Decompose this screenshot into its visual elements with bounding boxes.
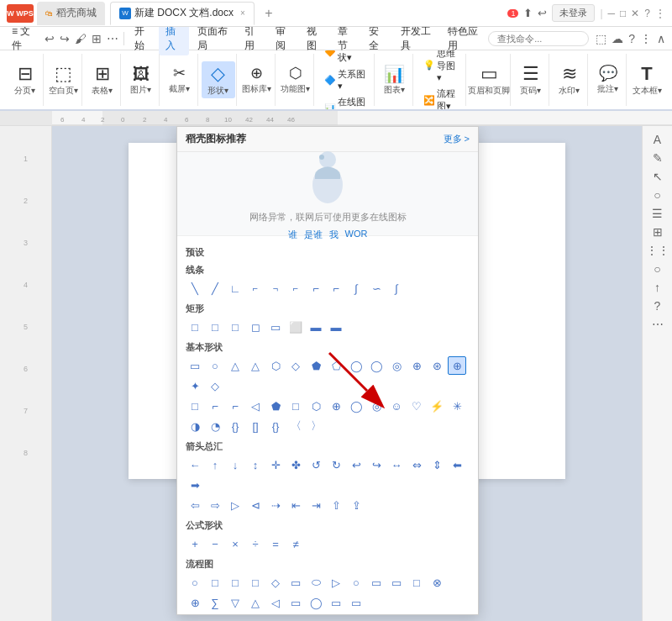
login-button[interactable]: 未登录 xyxy=(552,4,595,22)
shape-rect3[interactable]: □ xyxy=(226,318,244,336)
shape-arrow-fat2[interactable]: ➡ xyxy=(186,476,204,494)
shape-times[interactable]: × xyxy=(226,534,244,553)
shape-basic-oval[interactable]: ◯ xyxy=(347,356,365,375)
shape-arrow-right2[interactable]: ⇨ xyxy=(206,496,224,514)
shape-fc-ring[interactable]: ◯ xyxy=(307,593,325,612)
shape-fc-x[interactable]: ⊗ xyxy=(428,573,446,592)
link-2[interactable]: 是谁 xyxy=(304,229,323,241)
shape-basic-pie[interactable]: ◔ xyxy=(206,417,224,435)
shape-fc-rect6[interactable]: ▭ xyxy=(327,593,345,612)
shape-basic-plus[interactable]: ⊕ xyxy=(327,397,345,415)
shape-fc-doc2[interactable]: ▭ xyxy=(387,573,406,592)
shape-angle2[interactable]: ⌐ xyxy=(246,279,265,297)
shape-basic-bracket[interactable]: [] xyxy=(246,417,265,435)
minimize-icon[interactable]: ─ xyxy=(608,8,616,19)
right-icon-list[interactable]: ☰ xyxy=(652,207,663,220)
shape-fc-sum[interactable]: ⊕ xyxy=(186,593,204,612)
shape-basic-star4[interactable]: ⊛ xyxy=(428,356,446,375)
shape-curve1[interactable]: ∫ xyxy=(347,279,365,297)
ribbon-btn-relation[interactable]: 🔷 关系图▾ xyxy=(321,66,369,93)
shape-fc-process[interactable]: ○ xyxy=(186,573,204,592)
ribbon-btn-watermark[interactable]: ≋ 水印▾ xyxy=(553,61,586,98)
shape-fc-sigma[interactable]: ∑ xyxy=(206,593,224,612)
right-icon-grid[interactable]: ⊞ xyxy=(653,225,663,239)
ribbon-btn-shape[interactable]: ◇ 形状▾ xyxy=(202,61,235,98)
shape-basic-circle[interactable]: ○ xyxy=(206,356,224,375)
shape-basic-angle4[interactable]: 〉 xyxy=(307,417,325,435)
shape-rect6[interactable]: ⬜ xyxy=(286,318,305,336)
shape-arrow-striped[interactable]: ⇢ xyxy=(266,496,285,514)
shape-arrow-notch2[interactable]: ⇥ xyxy=(307,496,325,514)
shape-fc-data[interactable]: ▭ xyxy=(286,573,305,592)
shape-arrow-dbl1[interactable]: ⇔ xyxy=(407,455,426,474)
ribbon-btn-funclib[interactable]: ⬡ 功能图▾ xyxy=(277,63,313,97)
ribbon-btn-smart-shape[interactable]: 🔶 智能形状▾ xyxy=(321,50,369,66)
maximize-icon[interactable]: □ xyxy=(620,8,626,19)
shape-angle1[interactable]: ∟ xyxy=(226,279,244,297)
redo-icon[interactable]: ↪ xyxy=(58,30,71,47)
shape-basic-hex2[interactable]: ⬠ xyxy=(327,356,345,375)
ribbon-btn-pagenum[interactable]: ☰ 页码▾ xyxy=(514,61,548,98)
shape-basic-brace3[interactable]: {} xyxy=(266,417,285,435)
shape-fc-rect5[interactable]: ▭ xyxy=(286,593,305,612)
shape-fc-rect2[interactable]: □ xyxy=(226,573,244,592)
ribbon-btn-blank-page[interactable]: ⬚ 空白页▾ xyxy=(45,61,81,98)
history-icon[interactable]: ↩ xyxy=(538,7,547,19)
shape-fc-decision[interactable]: ◇ xyxy=(266,573,285,592)
ribbon-btn-header[interactable]: ▭ 页眉和页脚 xyxy=(465,61,513,98)
ribbon-btn-image[interactable]: 🖼 图片▾ xyxy=(124,62,158,97)
ribbon-btn-page-break[interactable]: ⊟ 分页▾ xyxy=(8,61,42,98)
shape-arrow-lr[interactable]: ↔ xyxy=(387,455,406,474)
shape-basic-brace1[interactable]: □ xyxy=(186,397,204,415)
right-icon-ring[interactable]: ○ xyxy=(654,262,660,276)
shape-arrow-bent2[interactable]: ↪ xyxy=(367,455,386,474)
shape-arrow-up2[interactable]: ⇧ xyxy=(327,496,345,514)
shape-angle3[interactable]: ¬ xyxy=(266,279,285,297)
shape-arrow-redo[interactable]: ↺ xyxy=(307,455,325,474)
shape-basic-star5[interactable]: ✦ xyxy=(186,376,204,395)
shape-basic-diamond[interactable]: ◇ xyxy=(286,356,305,375)
shape-arrow-chevron[interactable]: ▷ xyxy=(226,496,244,514)
share-icon[interactable]: ⬆ xyxy=(523,7,533,19)
ribbon-btn-iconlib[interactable]: ⊕ 图标库▾ xyxy=(239,63,275,97)
cloud-icon[interactable]: ☁ xyxy=(610,30,625,47)
shape-fc-circle[interactable]: ○ xyxy=(347,573,365,592)
shape-basic-tri2[interactable]: △ xyxy=(246,356,265,375)
link-4[interactable]: WOR xyxy=(345,229,368,241)
new-tab-button[interactable]: + xyxy=(260,4,278,23)
shape-basic-rect2[interactable]: □ xyxy=(286,397,305,415)
undo-icon[interactable]: ↩ xyxy=(43,30,56,47)
shape-arrow-down[interactable]: ↓ xyxy=(226,455,244,474)
close-icon[interactable]: ✕ xyxy=(631,8,639,19)
tab-store[interactable]: 🛍 稻壳商城 xyxy=(37,2,105,25)
format-brush-icon[interactable]: 🖌 xyxy=(73,30,88,47)
shape-plus[interactable]: + xyxy=(186,534,204,553)
shape-basic-ring3[interactable]: ◎ xyxy=(367,397,386,415)
ribbon-btn-mindmap[interactable]: 💡 思维导图▾ xyxy=(420,50,460,85)
right-icon-help[interactable]: ? xyxy=(654,299,661,313)
shape-fc-left[interactable]: ◁ xyxy=(266,593,285,612)
right-icon-circle[interactable]: ○ xyxy=(654,188,660,202)
shape-diagonal1[interactable]: ╲ xyxy=(186,279,204,297)
shape-basic-ring2[interactable]: ◯ xyxy=(347,397,365,415)
shape-basic-hex[interactable]: ⬡ xyxy=(266,356,285,375)
shape-fc-rect7[interactable]: ▭ xyxy=(347,593,365,612)
shape-div[interactable]: ÷ xyxy=(246,534,265,553)
tab-document[interactable]: W 新建 DOCX 文档.docx × xyxy=(110,2,255,25)
more-menu-icon[interactable]: ⋮ xyxy=(638,30,654,47)
shape-arrow-bent1[interactable]: ↩ xyxy=(347,455,365,474)
shape-basic-moon[interactable]: ◑ xyxy=(186,417,204,435)
shape-rect1[interactable]: □ xyxy=(186,318,204,336)
shape-basic-tri1[interactable]: △ xyxy=(226,356,244,375)
shape-basic-hex3[interactable]: ⬡ xyxy=(307,397,325,415)
shape-fc-oval[interactable]: ⬭ xyxy=(307,573,325,592)
shape-fc-rect[interactable]: □ xyxy=(206,573,224,592)
ribbon-btn-screenshot[interactable]: ✂ 截屏▾ xyxy=(163,63,197,97)
shape-arrow-left[interactable]: ← xyxy=(186,455,204,474)
shape-angle4[interactable]: ⌐ xyxy=(286,279,305,297)
shape-basic-oval2[interactable]: ◯ xyxy=(367,356,386,375)
ribbon-btn-textbox[interactable]: T 文本框▾ xyxy=(629,61,665,98)
shape-basic-brace2[interactable]: {} xyxy=(226,417,244,435)
ribbon-btn-online-chart[interactable]: 📊 在线图表▾ xyxy=(321,94,369,111)
shape-basic-angle2[interactable]: ⌐ xyxy=(226,397,244,415)
